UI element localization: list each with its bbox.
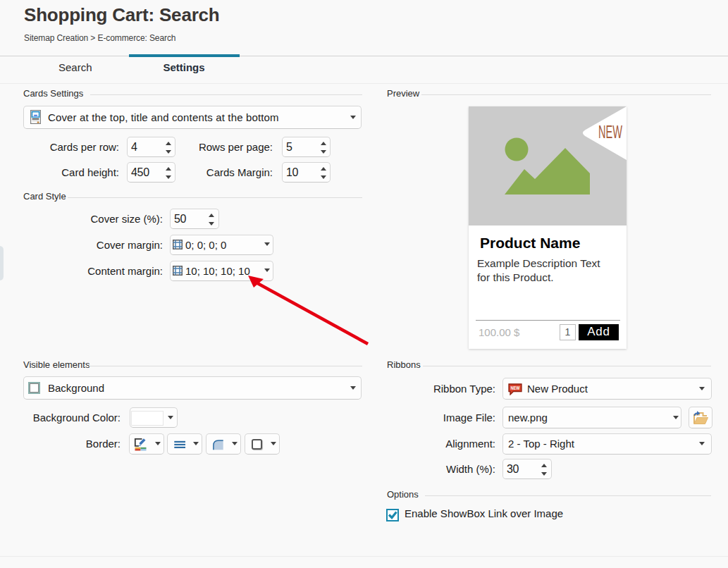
svg-text:NEW: NEW	[511, 385, 521, 391]
svg-text:NEW: NEW	[598, 122, 622, 142]
